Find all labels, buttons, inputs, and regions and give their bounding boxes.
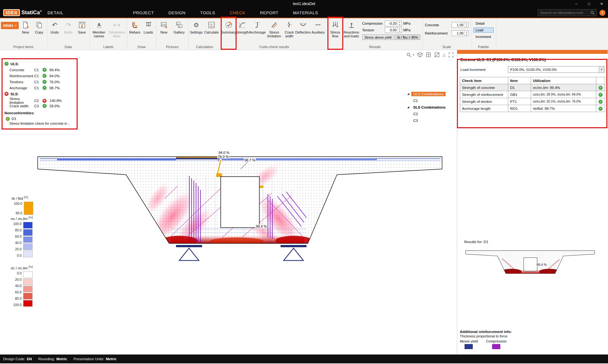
rounding-value: Metric — [56, 357, 67, 361]
tree-item-c2[interactable]: C2 — [407, 110, 456, 117]
spinner-arrows[interactable]: ▲▼ — [398, 28, 402, 33]
tab-project[interactable]: PROJECT — [133, 10, 154, 15]
load-increment-dropdown[interactable]: P100.0%, G100.0%, V100.0% ▾ — [508, 66, 605, 73]
settings-button[interactable]: ⚙ Settings — [190, 19, 203, 45]
search-input[interactable] — [540, 10, 590, 15]
palette-detail-button[interactable]: Detail — [473, 21, 494, 26]
summary-button[interactable]: Summary — [222, 19, 235, 45]
zoom-tool-icon[interactable] — [406, 52, 412, 58]
extreme-title: Extreme ULS: C1 (P100.0%, G100.0%, V100.… — [457, 54, 608, 62]
tension-unit: MPa — [403, 28, 411, 32]
new-picture-button[interactable]: New — [157, 19, 171, 45]
design-code-label: Design Code: — [3, 357, 25, 361]
ribbon-group-results: Stress flow Reactions and loads Compress… — [328, 18, 423, 50]
spinner-arrows[interactable]: ▲▼ — [465, 22, 468, 28]
reactions-and-loads-button[interactable]: Reactions and loads — [342, 19, 361, 45]
tab-report[interactable]: REPORT — [260, 10, 278, 15]
mini-result-view: 99.4 % — [464, 247, 597, 277]
compression-label: Compression — [362, 22, 383, 25]
new-project-item-button[interactable]: New — [19, 19, 32, 45]
member-names-button[interactable]: A Member names — [91, 19, 107, 45]
calculate-button[interactable]: Calculate — [203, 19, 220, 45]
compression-stepper[interactable]: -0.20 ▲▼ — [385, 21, 402, 26]
anchorage-button[interactable]: Anchorage — [249, 19, 266, 45]
model-canvas[interactable]: ▾ ⌂ ✓ULS: ConcreteC1✓99.4% Reinforcement… — [0, 50, 457, 355]
table-row[interactable]: Strength of tendon PT1 εs/εs,lim: 20.1%,… — [460, 98, 605, 105]
check-summary-panel: ✓ULS: ConcreteC1✓99.4% ReinforcementC1✓9… — [2, 58, 78, 129]
table-row[interactable]: Anchorage length RO1 τb/fbd: 98.7% ✓ — [460, 105, 605, 112]
stress-limitation-button[interactable]: Stress limitation — [266, 19, 282, 45]
workspace: ▾ ⌂ ✓ULS: ConcreteC1✓99.4% Reinforcement… — [0, 50, 608, 355]
strength-button[interactable]: Strength — [236, 19, 249, 45]
ribbon-group-calculation: ⚙ Settings Calculate Calculation — [189, 18, 221, 50]
tab-tools[interactable]: TOOLS — [200, 10, 215, 15]
reinforcement-scale-stepper[interactable]: 1.00 ▲▼ — [452, 30, 469, 36]
loads-icon — [144, 20, 153, 30]
group-label-pictures: Pictures — [157, 45, 187, 50]
svg-text:A: A — [97, 22, 101, 27]
minimize-button[interactable]: – — [570, 0, 583, 8]
group-label-results: Results — [329, 45, 421, 50]
stress-flow-button[interactable]: Stress flow — [329, 19, 342, 45]
view-cube-icon[interactable] — [417, 52, 423, 58]
dimension-lines-button[interactable]: Dimension lines — [108, 19, 126, 45]
dimension-lines-icon — [113, 20, 121, 30]
project-item-selector[interactable]: DRM1 ▾ — [1, 22, 19, 29]
redo-button[interactable]: ↷ Redo — [62, 19, 75, 45]
window-title: test1.ideaDet — [293, 2, 315, 6]
view-section-icon[interactable] — [434, 52, 440, 58]
group-label-palette: Palette — [472, 45, 495, 50]
tree-item-c3[interactable]: C3 — [407, 117, 456, 124]
load-increment-label: Load increment — [460, 68, 508, 72]
auxiliary-button[interactable]: ••• Auxiliary — [310, 19, 326, 45]
group-label-labels: Labels — [91, 45, 126, 50]
copy-project-item-button[interactable]: Copy — [33, 19, 46, 45]
nonconformity-item[interactable]: iD1 — [4, 116, 75, 122]
fullscreen-icon[interactable] — [448, 52, 454, 58]
tab-design[interactable]: DESIGN — [168, 10, 186, 15]
tb-fbu-toggle[interactable]: τb / fbu > 95% — [395, 35, 420, 40]
gear-icon: ⚙ — [193, 20, 199, 30]
deflection-button[interactable]: Deflection — [296, 19, 310, 45]
tree-item-c1[interactable]: C1 — [407, 97, 456, 104]
tension-stepper[interactable]: 0.00 ▲▼ — [385, 27, 402, 33]
tab-materials[interactable]: MATERIALS — [293, 10, 318, 15]
palette-load-button[interactable]: Load — [473, 28, 494, 33]
idea-logo: IDEA — [3, 9, 20, 16]
check-icon: ✓ — [598, 93, 603, 97]
app-window: test1.ideaDet – □ ✕ IDEA StatiCa® DETAIL… — [0, 0, 608, 364]
tree-item-sls-combinations[interactable]: ◢ SLS Combinations — [407, 104, 456, 110]
info-icon[interactable]: i — [599, 10, 605, 16]
mini-bridge-drawing — [464, 247, 597, 277]
table-row[interactable]: Strength of concrete D1 σc/σc,lim: 99.4%… — [460, 84, 605, 91]
table-header-row: Check item Item Utilization — [460, 77, 605, 84]
zoom-caret-icon[interactable]: ▾ — [413, 53, 414, 56]
view-layers-icon[interactable] — [426, 52, 431, 58]
stress-above-yield-toggle[interactable]: Stress above yield — [362, 35, 394, 40]
spinner-arrows[interactable]: ▲▼ — [465, 31, 468, 36]
home-icon[interactable]: ⌂ — [443, 53, 446, 57]
table-row[interactable]: Strength of reinforcement GB1 εs/εs,lim:… — [460, 91, 605, 98]
loads-button[interactable]: Loads — [142, 19, 155, 45]
expander-icon[interactable]: ◢ — [407, 106, 410, 109]
close-button[interactable]: ✕ — [595, 0, 608, 8]
legend-reinforcement-stress: σs / σs,lim[%] 100.080.060.040.020.00.0 — [11, 216, 33, 257]
new-picture-icon — [160, 20, 168, 30]
tab-check[interactable]: CHECK — [230, 10, 245, 15]
search-box[interactable] — [538, 9, 597, 16]
crack-width-button[interactable]: Crack width — [283, 19, 296, 45]
concrete-scale-stepper[interactable]: 1.00 ▲▼ — [452, 22, 469, 28]
summary-row: AnchorageC1✓98.7% — [4, 85, 75, 91]
expander-icon[interactable]: ◢ — [407, 92, 410, 95]
check-icon: ✓ — [42, 86, 47, 90]
gallery-button[interactable]: Gallery — [171, 19, 187, 45]
save-button[interactable]: Save — [75, 19, 89, 45]
additional-info-subtitle: Thickness proportional to force — [460, 334, 512, 338]
ribbon-group-palette: Detail Load Increment Palette — [471, 18, 496, 50]
undo-button[interactable]: ↶ Undo — [48, 19, 61, 45]
spinner-arrows[interactable]: ▲▼ — [398, 21, 402, 26]
palette-increment-button[interactable]: Increment — [473, 34, 494, 39]
rebars-button[interactable]: Rebars — [128, 19, 142, 45]
tree-item-uls-combinations[interactable]: ◢ ULS Combinations — [407, 91, 456, 97]
maximize-button[interactable]: □ — [583, 0, 595, 8]
